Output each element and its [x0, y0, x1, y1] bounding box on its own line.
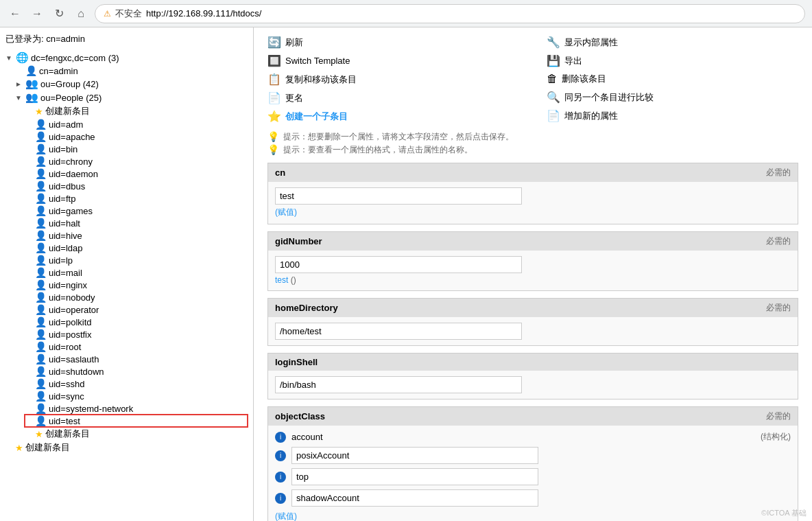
tree-item-create-new-2[interactable]: ★创建新条目: [25, 427, 248, 441]
attr-header-gidNumber: gidNumber必需的: [268, 232, 798, 251]
show-internal-label: 显示内部属性: [564, 36, 618, 49]
info-icon-1[interactable]: i: [275, 450, 286, 461]
tree-item-uid-games[interactable]: 👤uid=games: [25, 205, 248, 217]
attr-input-gidNumber[interactable]: [275, 256, 522, 273]
tree-item-uid-daemon[interactable]: 👤uid=daemon: [25, 167, 248, 180]
action-export[interactable]: 💾导出: [547, 53, 582, 69]
tree-item-uid-chrony[interactable]: 👤uid=chrony: [25, 155, 248, 167]
attr-label-loginShell[interactable]: loginShell: [275, 357, 318, 367]
create-new-bottom[interactable]: ★ 创建新条目: [15, 441, 248, 454]
tree-label: uid=games: [49, 206, 93, 216]
attr-header-objectClass: objectClass必需的: [268, 407, 798, 426]
logged-in-label: 已登录为: cn=admin: [5, 33, 248, 45]
tree-label: 创建新条目: [45, 105, 90, 117]
action-refresh[interactable]: 🔄刷新: [267, 34, 519, 50]
tree-container: ▼🌐dc=fengxc,dc=com (3)👤cn=admin►👥ou=Grou…: [5, 51, 248, 441]
tree-item-uid-saslauth[interactable]: 👤uid=saslauth: [25, 353, 248, 365]
tree-item-uid-apache[interactable]: 👤uid=apache: [25, 130, 248, 143]
tree-label: uid=mail: [49, 268, 82, 278]
person-icon: 👤: [35, 391, 47, 402]
tree-item-uid-sync[interactable]: 👤uid=sync: [25, 390, 248, 402]
tree-item-uid-systemd-network[interactable]: 👤uid=systemd-network: [25, 402, 248, 415]
tree-label: uid=ftp: [49, 194, 75, 204]
forward-button[interactable]: →: [29, 5, 45, 22]
attr-subtext-link-gidNumber[interactable]: test: [275, 275, 288, 285]
info-icon-0[interactable]: i: [275, 432, 286, 443]
expand-icon: ▼: [5, 54, 14, 62]
security-icon: ⚠: [104, 9, 111, 19]
tree-item-uid-test[interactable]: 👤uid=test: [25, 415, 248, 427]
action-delete[interactable]: 🗑删除该条目: [547, 71, 606, 86]
tree-item-cn-admin[interactable]: 👤cn=admin: [15, 65, 248, 77]
hint-text: 提示：想要删除一个属性，请将文本字段清空，然后点击保存。: [283, 131, 514, 143]
url-text: http://192.168.99.111/htdocs/: [146, 8, 261, 19]
action-compare[interactable]: 🔍同另一个条目进行比较: [547, 89, 654, 105]
address-bar: ⚠ 不安全 http://192.168.99.111/htdocs/: [95, 4, 805, 23]
add-attr-label: 增加新的属性: [564, 110, 618, 122]
tree-item-uid-hive[interactable]: 👤uid=hive: [25, 229, 248, 242]
attr-subtext-link-cn[interactable]: (赋值): [275, 207, 297, 217]
person-icon: 👤: [35, 230, 47, 241]
action-show-internal[interactable]: 🔧显示内部属性: [547, 34, 618, 50]
home-button[interactable]: ⌂: [73, 5, 89, 22]
tree-item-uid-sshd[interactable]: 👤uid=sshd: [25, 378, 248, 390]
tree-item-uid-postfix[interactable]: 👤uid=postfix: [25, 328, 248, 340]
objectclass-input-3[interactable]: [291, 489, 538, 507]
actions-left: 🔄刷新🔲Switch Template📋复制和移动该条目📄更名⭐创建一个子条目: [267, 34, 519, 124]
tree-item-uid-root[interactable]: 👤uid=root: [25, 340, 248, 353]
tree-item-ou-people[interactable]: ▼👥ou=People (25): [15, 91, 248, 104]
attr-label-homeDirectory[interactable]: homeDirectory: [275, 303, 338, 313]
tree-item-uid-ldap[interactable]: 👤uid=ldap: [25, 242, 248, 254]
tree-item-uid-lp[interactable]: 👤uid=lp: [25, 254, 248, 266]
tree-item-uid-mail[interactable]: 👤uid=mail: [25, 266, 248, 279]
attr-body-objectClass: iaccount(结构化)iii(赋值): [268, 426, 798, 521]
attr-input-loginShell[interactable]: [275, 376, 522, 393]
info-icon-3[interactable]: i: [275, 493, 286, 504]
tree-item-uid-bin[interactable]: 👤uid=bin: [25, 143, 248, 155]
attr-input-cn[interactable]: [275, 187, 522, 205]
action-create-child[interactable]: ⭐创建一个子条目: [267, 108, 519, 124]
action-rename[interactable]: 📄更名: [267, 90, 519, 106]
action-add-attr[interactable]: 📄增加新的属性: [547, 108, 618, 124]
action-switch-template[interactable]: 🔲Switch Template: [267, 53, 519, 69]
tree-item-uid-adm[interactable]: 👤uid=adm: [25, 118, 248, 130]
tree-item-uid-dbus[interactable]: 👤uid=dbus: [25, 180, 248, 192]
person-icon: 👤: [35, 415, 47, 426]
back-button[interactable]: ←: [7, 5, 23, 22]
tree-item-uid-shutdown[interactable]: 👤uid=shutdown: [25, 365, 248, 378]
tree-item-create-new-1[interactable]: ★创建新条目: [25, 104, 248, 118]
reload-button[interactable]: ↻: [51, 5, 67, 22]
content-area: 🔄刷新🔲Switch Template📋复制和移动该条目📄更名⭐创建一个子条目 …: [254, 27, 812, 521]
tree-item-uid-operator[interactable]: 👤uid=operator: [25, 303, 248, 316]
person-icon: 👤: [35, 205, 47, 216]
copy-move-icon: 📋: [267, 73, 281, 86]
tree-label: uid=root: [49, 342, 81, 352]
switch-template-icon: 🔲: [267, 54, 281, 67]
compare-label: 同另一个条目进行比较: [564, 91, 654, 104]
person-icon: 👤: [35, 193, 47, 204]
attr-subtext-link-objectClass[interactable]: (赋值): [275, 511, 297, 521]
tree-item-uid-ftp[interactable]: 👤uid=ftp: [25, 192, 248, 205]
action-copy-move[interactable]: 📋复制和移动该条目: [267, 71, 519, 87]
tree-item-dc-root[interactable]: ▼🌐dc=fengxc,dc=com (3): [5, 51, 248, 65]
tree-item-uid-nobody[interactable]: 👤uid=nobody: [25, 291, 248, 303]
star-icon: ★: [15, 443, 23, 453]
tree-item-uid-halt[interactable]: 👤uid=halt: [25, 217, 248, 229]
objectclass-input-1[interactable]: [291, 447, 538, 464]
attr-input-homeDirectory[interactable]: [275, 323, 522, 340]
attr-body-homeDirectory: [268, 317, 798, 345]
globe-icon: 🌐: [16, 51, 29, 64]
tree-label: uid=systemd-network: [49, 404, 133, 414]
tree-item-uid-nginx[interactable]: 👤uid=nginx: [25, 279, 248, 291]
star-icon: ★: [35, 106, 43, 117]
attr-label-objectClass[interactable]: objectClass: [275, 411, 325, 421]
tree-label: uid=sshd: [49, 379, 84, 389]
tree-item-uid-polkitd[interactable]: 👤uid=polkitd: [25, 316, 248, 328]
objectclass-input-2[interactable]: [291, 468, 538, 485]
attr-label-cn[interactable]: cn: [275, 167, 285, 178]
attr-label-gidNumber[interactable]: gidNumber: [275, 236, 322, 246]
info-icon-2[interactable]: i: [275, 472, 286, 483]
tree-label: uid=daemon: [49, 169, 98, 179]
tree-item-ou-group[interactable]: ►👥ou=Group (42): [15, 77, 248, 91]
group-icon: 👥: [25, 91, 38, 104]
